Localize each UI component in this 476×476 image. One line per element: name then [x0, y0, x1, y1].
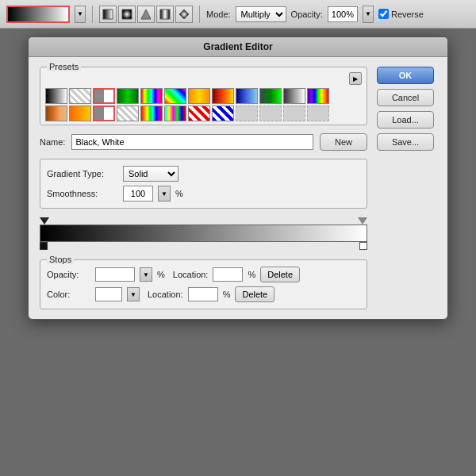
- color-location-input[interactable]: [188, 287, 218, 301]
- angle-gradient-btn[interactable]: [137, 6, 155, 23]
- gradient-type-label: Gradient Type:: [47, 169, 118, 178]
- preset-blue-stripes[interactable]: [212, 106, 234, 121]
- presets-grid: [45, 88, 362, 121]
- mode-label: Mode:: [206, 10, 231, 19]
- opacity-stop-dropdown[interactable]: ▼: [140, 267, 152, 282]
- opacity-stop-label: Opacity:: [47, 270, 90, 279]
- linear-gradient-btn[interactable]: [99, 6, 117, 23]
- gradient-preview-toolbar[interactable]: [6, 6, 70, 23]
- preset-7[interactable]: [188, 88, 210, 104]
- opacity-delete-btn[interactable]: Delete: [260, 267, 300, 282]
- opacity-label: Opacity:: [291, 10, 323, 19]
- gradient-bar-area: [40, 213, 367, 253]
- preset-6[interactable]: [164, 88, 186, 104]
- stops-legend: Stops: [47, 255, 74, 264]
- opacity-stop-right-arrow: [358, 217, 367, 225]
- dialog-overlay: Gradient Editor Presets ▶: [0, 29, 476, 476]
- preset-14[interactable]: [69, 106, 91, 121]
- preset-empty-1[interactable]: [236, 106, 258, 121]
- preset-black-white[interactable]: [45, 88, 67, 104]
- preset-5[interactable]: [140, 88, 163, 104]
- mode-select[interactable]: Multiply: [236, 6, 286, 22]
- ok-button[interactable]: OK: [377, 67, 434, 84]
- new-button[interactable]: New: [320, 133, 367, 151]
- opacity-dropdown-btn[interactable]: ▼: [363, 6, 374, 23]
- preset-red-stripes[interactable]: [188, 106, 210, 121]
- diamond-gradient-btn[interactable]: [175, 6, 193, 23]
- preset-empty-2[interactable]: [259, 106, 282, 121]
- opacity-stop-left-arrow: [40, 217, 49, 225]
- color-stop-input[interactable]: [95, 287, 122, 301]
- save-button[interactable]: Save...: [377, 133, 434, 151]
- smoothness-row: Smoothness: ▼ %: [47, 186, 360, 202]
- dialog-left-panel: Presets ▶: [40, 67, 367, 309]
- preset-12[interactable]: [307, 88, 329, 104]
- brush-modes: [99, 6, 193, 23]
- separator-2: [199, 6, 200, 23]
- opacity-stops-row: [40, 213, 367, 225]
- color-stop-settings-row: Color: ▼ Location: % Delete: [47, 286, 360, 302]
- preset-8[interactable]: [212, 88, 234, 104]
- presets-header: ▶: [45, 72, 362, 85]
- preset-empty-3[interactable]: [283, 106, 305, 121]
- smoothness-dropdown-btn[interactable]: ▼: [158, 186, 171, 202]
- color-location-unit: %: [223, 290, 231, 299]
- smoothness-label: Smoothness:: [47, 189, 118, 198]
- color-stop-dropdown[interactable]: ▼: [127, 287, 140, 301]
- svg-rect-0: [103, 10, 113, 19]
- svg-rect-3: [160, 10, 170, 19]
- name-input[interactable]: [71, 134, 313, 150]
- radial-gradient-btn[interactable]: [118, 6, 136, 23]
- gradient-dropdown-btn[interactable]: ▼: [75, 6, 86, 23]
- cancel-button[interactable]: Cancel: [377, 89, 434, 106]
- angle-gradient-icon: [140, 9, 152, 20]
- opacity-stop-left[interactable]: [40, 217, 49, 225]
- preset-9[interactable]: [236, 88, 258, 104]
- stops-group: Stops Opacity: ▼ % Location: % Delete: [40, 259, 367, 309]
- reflected-gradient-btn[interactable]: [156, 6, 174, 23]
- color-stop-left-square: [40, 242, 48, 250]
- svg-marker-2: [141, 10, 151, 19]
- opacity-stop-input[interactable]: [95, 267, 135, 282]
- preset-rainbow[interactable]: [140, 106, 163, 121]
- smoothness-input[interactable]: [123, 186, 153, 202]
- opacity-location-unit: %: [248, 270, 255, 279]
- opacity-location-label: Location:: [173, 270, 209, 279]
- color-stop-right-square: [359, 242, 367, 250]
- dialog-body: Presets ▶: [29, 57, 447, 319]
- preset-10[interactable]: [259, 88, 282, 104]
- gradient-type-select[interactable]: Solid Noise: [123, 166, 178, 182]
- color-stop-label: Color:: [47, 290, 90, 299]
- preset-15[interactable]: [93, 106, 115, 121]
- presets-menu-btn[interactable]: ▶: [349, 72, 362, 85]
- preset-fg-transparent[interactable]: [69, 88, 91, 104]
- color-delete-btn[interactable]: Delete: [235, 286, 274, 302]
- reverse-checkbox-label[interactable]: Reverse: [378, 9, 424, 19]
- opacity-input[interactable]: [328, 6, 358, 22]
- reflected-gradient-icon: [159, 9, 171, 20]
- preset-13[interactable]: [45, 106, 67, 121]
- gradient-bar[interactable]: [40, 225, 367, 242]
- preset-selected[interactable]: [93, 88, 115, 104]
- gradient-type-row: Gradient Type: Solid Noise: [47, 166, 360, 182]
- opacity-stop-settings-row: Opacity: ▼ % Location: % Delete: [47, 267, 360, 282]
- preset-transparent[interactable]: [117, 106, 139, 121]
- name-label: Name:: [40, 137, 65, 147]
- radial-gradient-icon: [121, 9, 132, 20]
- opacity-stop-right[interactable]: [358, 217, 367, 225]
- preset-empty-4[interactable]: [307, 106, 329, 121]
- color-stop-right[interactable]: [359, 242, 367, 250]
- diamond-gradient-icon: [178, 9, 190, 20]
- load-button[interactable]: Load...: [377, 111, 434, 129]
- linear-gradient-icon: [102, 9, 113, 20]
- options-group: Gradient Type: Solid Noise Smoothness: ▼…: [40, 159, 367, 209]
- preset-11[interactable]: [283, 88, 305, 104]
- reverse-checkbox[interactable]: [378, 9, 389, 19]
- color-stops-row: [40, 242, 367, 253]
- preset-rainbow2[interactable]: [164, 106, 186, 121]
- main-toolbar: ▼: [0, 0, 476, 29]
- opacity-location-input[interactable]: [213, 267, 243, 282]
- opacity-stop-unit: %: [157, 270, 165, 279]
- preset-4[interactable]: [117, 88, 139, 104]
- color-stop-left[interactable]: [40, 242, 48, 250]
